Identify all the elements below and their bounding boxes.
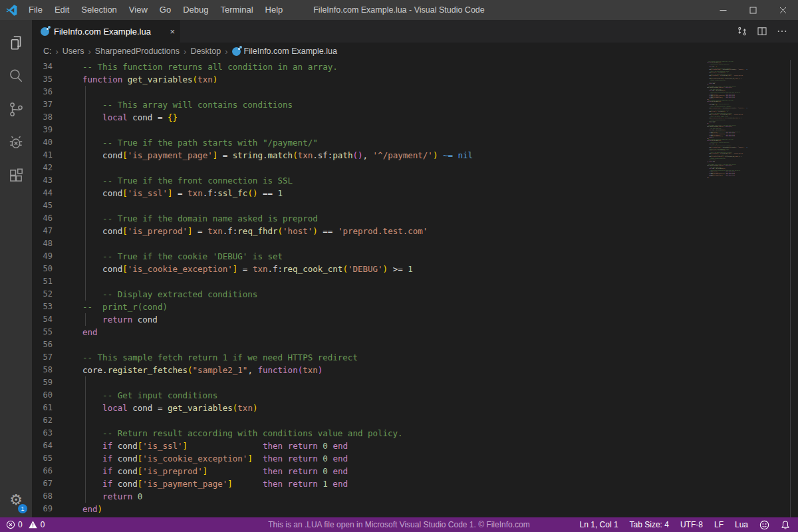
code-line-35[interactable]: 35function get_variables(txn) <box>32 73 798 86</box>
code-line-56[interactable]: 56 <box>32 338 798 351</box>
indent-guide <box>85 288 86 301</box>
explorer-icon[interactable] <box>0 26 32 59</box>
indent-guide <box>85 174 86 187</box>
code-line-44[interactable]: 44 cond['is_ssl'] = txn.f:ssl_fc() == 1 <box>32 187 798 200</box>
breadcrumb-file[interactable]: FileInfo.com Example.lua <box>232 47 337 56</box>
status-bar: 0 0 This is an .LUA file open in Microso… <box>0 517 798 532</box>
code-line-38[interactable]: 38 local cond = {} <box>32 111 798 124</box>
minimize-button[interactable] <box>708 0 738 20</box>
indent-guide <box>85 250 86 263</box>
code-line-52[interactable]: 52 -- Display extracted conditions <box>32 288 798 301</box>
menu-selection[interactable]: Selection <box>75 0 122 20</box>
status-encoding[interactable]: UTF-8 <box>680 520 703 529</box>
extensions-icon[interactable] <box>0 159 32 192</box>
code-line-39[interactable]: 39 <box>32 124 798 136</box>
breadcrumb-separator-icon: › <box>224 47 228 57</box>
code-line-64[interactable]: 64 if cond['is_ssl'] then return 0 end <box>32 440 798 452</box>
code-line-66[interactable]: 66 if cond['is_preprod'] then return 0 e… <box>32 465 798 477</box>
code-line-59[interactable]: 59 <box>32 376 798 389</box>
menu-go[interactable]: Go <box>154 0 177 20</box>
code-line-41[interactable]: 41 cond['is_payment_page'] = string.matc… <box>32 149 798 162</box>
code-line-40[interactable]: 40 -- True if the path starts with "/pay… <box>32 136 798 149</box>
breadcrumb-segment[interactable]: Desktop <box>190 47 221 56</box>
menu-terminal[interactable]: Terminal <box>214 0 259 20</box>
code-line-67[interactable]: 67 if cond['is_payment_page'] then retur… <box>32 477 798 490</box>
maximize-button[interactable] <box>738 0 768 20</box>
code-line-34[interactable]: 34-- This function returns all condition… <box>32 61 798 73</box>
indent-guide <box>85 136 86 149</box>
status-cursor-position[interactable]: Ln 1, Col 1 <box>580 520 618 529</box>
code-line-51[interactable]: 51 <box>32 275 798 288</box>
line-number: 39 <box>32 124 82 136</box>
line-number: 67 <box>32 477 82 490</box>
vscode-logo <box>6 5 17 16</box>
code-line-53[interactable]: 53-- print_r(cond) <box>32 301 798 313</box>
code-line-69[interactable]: 69end) <box>32 503 798 515</box>
search-icon[interactable] <box>0 59 32 92</box>
line-number: 53 <box>32 301 82 313</box>
lua-file-icon <box>41 27 49 36</box>
source-control-icon[interactable] <box>0 92 32 126</box>
status-language-mode[interactable]: Lua <box>735 520 748 529</box>
code-line-49[interactable]: 49 -- True if the cookie 'DEBUG' is set <box>32 250 798 263</box>
code-line-68[interactable]: 68 return 0 <box>32 490 798 503</box>
code-line-50[interactable]: 50 cond['is_cookie_exception'] = txn.f:r… <box>32 263 798 275</box>
settings-gear-icon[interactable]: ⚙ 1 <box>0 487 32 513</box>
indent-guide <box>85 111 86 124</box>
code-line-42[interactable]: 42 <box>32 162 798 174</box>
close-button[interactable] <box>768 0 798 20</box>
code-line-62[interactable]: 62 <box>32 414 798 427</box>
code-line-57[interactable]: 57-- This sample fetch return 1 if we ne… <box>32 351 798 364</box>
breadcrumb-segment[interactable]: Users <box>63 47 84 56</box>
menu-edit[interactable]: Edit <box>49 0 75 20</box>
code-line-46[interactable]: 46 -- True if the domain name asked is p… <box>32 212 798 225</box>
breadcrumb-segment[interactable]: SharpenedProductions <box>95 47 180 56</box>
split-editor-icon[interactable] <box>753 20 771 43</box>
status-eol[interactable]: LF <box>714 520 724 529</box>
code-line-54[interactable]: 54 return cond <box>32 313 798 326</box>
tab-fileinfo-example[interactable]: FileInfo.com Example.lua × <box>32 20 180 43</box>
menu-file[interactable]: File <box>23 0 49 20</box>
code-editor[interactable]: 34-- This function returns all condition… <box>32 60 798 517</box>
code-line-60[interactable]: 60 -- Get input conditions <box>32 389 798 402</box>
line-number: 41 <box>32 149 82 162</box>
indent-guide <box>85 389 86 402</box>
debug-icon[interactable] <box>0 126 32 159</box>
menu-help[interactable]: Help <box>259 0 289 20</box>
menu-view[interactable]: View <box>123 0 154 20</box>
indent-guide <box>85 187 86 200</box>
code-line-47[interactable]: 47 cond['is_preprod'] = txn.f:req_fhdr('… <box>32 225 798 237</box>
code-line-36[interactable]: 36 <box>32 86 798 98</box>
more-actions-icon[interactable] <box>773 20 791 43</box>
feedback-smiley-icon[interactable] <box>759 520 769 530</box>
code-line-61[interactable]: 61 local cond = get_variables(txn) <box>32 402 798 414</box>
problems-indicator[interactable]: 0 0 <box>0 520 45 529</box>
scrollbar[interactable] <box>790 60 791 517</box>
code-line-48[interactable]: 48 <box>32 237 798 250</box>
code-line-43[interactable]: 43 -- True if the front connection is SS… <box>32 174 798 187</box>
notifications-bell-icon[interactable] <box>781 520 790 530</box>
code-line-45[interactable]: 45 <box>32 200 798 212</box>
menu-debug[interactable]: Debug <box>177 0 214 20</box>
code-line-65[interactable]: 65 if cond['is_cookie_exception'] then r… <box>32 452 798 465</box>
status-tab-size[interactable]: Tab Size: 4 <box>630 520 669 529</box>
line-number: 43 <box>32 174 82 187</box>
line-number: 60 <box>32 389 82 402</box>
breadcrumb-segment[interactable]: C: <box>43 47 52 56</box>
breadcrumb: C:›Users›SharpenedProductions›Desktop›Fi… <box>32 43 798 60</box>
code-line-63[interactable]: 63 -- Return result according with condi… <box>32 427 798 440</box>
line-number: 61 <box>32 402 82 414</box>
code-line-55[interactable]: 55end <box>32 326 798 338</box>
minimap[interactable]: -- This function returns all condition i… <box>707 61 791 178</box>
code-line-58[interactable]: 58core.register_fetches("sample2_1", fun… <box>32 364 798 376</box>
code-line-37[interactable]: 37 -- This array will contains condition… <box>32 98 798 111</box>
indent-guide <box>85 98 86 111</box>
line-number: 63 <box>32 427 82 440</box>
breadcrumb-separator-icon: › <box>55 47 59 57</box>
line-number: 65 <box>32 452 82 465</box>
open-changes-icon[interactable] <box>733 20 751 43</box>
indent-guide <box>85 477 86 490</box>
status-right: Ln 1, Col 1Tab Size: 4UTF-8LFLua <box>580 520 798 530</box>
tab-close-icon[interactable]: × <box>170 27 175 37</box>
line-number: 48 <box>32 237 82 250</box>
